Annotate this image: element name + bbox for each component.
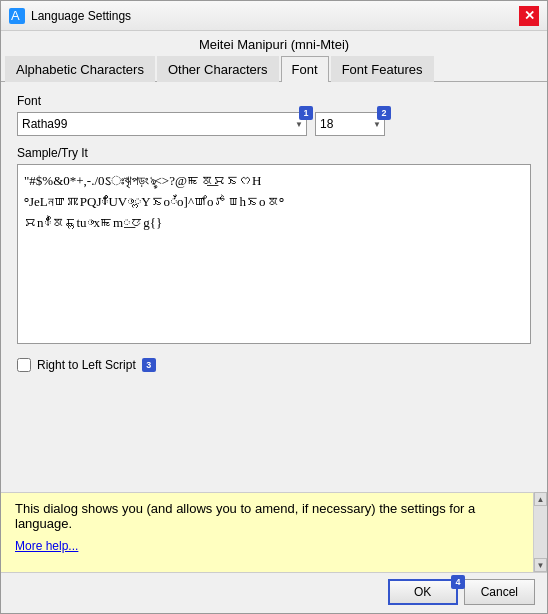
- rtl-checkbox[interactable]: [17, 358, 31, 372]
- tab-font[interactable]: Font: [281, 56, 329, 82]
- dialog-body: Font Ratha99 ▼ 1 18 ▼ 2 Sample/Try It: [1, 82, 547, 492]
- app-icon: A: [9, 8, 25, 24]
- font-row: Ratha99 ▼ 1 18 ▼ 2: [17, 112, 531, 136]
- font-field-label: Font: [17, 94, 531, 108]
- font-select[interactable]: Ratha99: [17, 112, 307, 136]
- button-row: 4 OK Cancel: [1, 572, 547, 613]
- tab-font-features[interactable]: Font Features: [331, 56, 434, 82]
- cancel-button[interactable]: Cancel: [464, 579, 535, 605]
- tab-other-characters[interactable]: Other Characters: [157, 56, 279, 82]
- scroll-track: [534, 506, 547, 558]
- size-badge: 2: [377, 106, 391, 120]
- rtl-badge: 3: [142, 358, 156, 372]
- language-settings-dialog: A Language Settings ✕ Meitei Manipuri (m…: [0, 0, 548, 614]
- font-select-wrapper: Ratha99 ▼ 1: [17, 112, 307, 136]
- tab-alphabetic[interactable]: Alphabetic Characters: [5, 56, 155, 82]
- font-badge: 1: [299, 106, 313, 120]
- title-bar-left: A Language Settings: [9, 8, 131, 24]
- info-text: This dialog shows you (and allows you to…: [15, 501, 533, 531]
- sample-label: Sample/Try It: [17, 146, 531, 160]
- dialog-title: Language Settings: [31, 9, 131, 23]
- tabs-bar: Alphabetic Characters Other Characters F…: [1, 56, 547, 82]
- ok-button[interactable]: OK: [388, 579, 458, 605]
- sample-box[interactable]: "#$%&0*+,-./0ऽঃৠপড়ংৡ<>?@ꯃꯗ꯭ꯆꯏꯁH ᵒJeLনꯛꯄ…: [17, 164, 531, 344]
- close-icon: ✕: [524, 8, 535, 23]
- sample-text: "#$%&0*+,-./0ऽঃৠপড়ংৡ<>?@ꯃꯗ꯭ꯆꯏꯁH ᵒJeLনꯛꯄ…: [24, 171, 524, 233]
- scroll-up-arrow[interactable]: ▲: [534, 492, 547, 506]
- ok-badge: 4: [451, 575, 465, 589]
- more-help-link[interactable]: More help...: [15, 539, 533, 553]
- scroll-down-arrow[interactable]: ▼: [534, 558, 547, 572]
- dialog-subtitle: Meitei Manipuri (mni-Mtei): [1, 31, 547, 56]
- svg-text:A: A: [11, 8, 20, 23]
- rtl-label[interactable]: Right to Left Script: [37, 358, 136, 372]
- bottom-section: This dialog shows you (and allows you to…: [1, 492, 547, 572]
- title-bar: A Language Settings ✕: [1, 1, 547, 31]
- close-button[interactable]: ✕: [519, 6, 539, 26]
- rtl-checkbox-row: Right to Left Script 3: [17, 358, 531, 372]
- bottom-scrollbar[interactable]: ▲ ▼: [533, 492, 547, 572]
- size-select-wrapper: 18 ▼ 2: [315, 112, 385, 136]
- bottom-info: This dialog shows you (and allows you to…: [1, 492, 547, 572]
- size-select[interactable]: 18: [315, 112, 385, 136]
